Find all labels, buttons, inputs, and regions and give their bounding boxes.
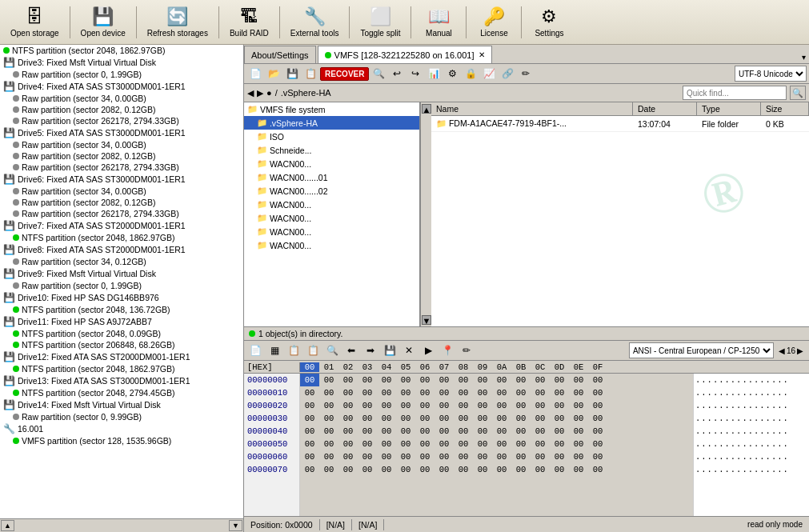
hex-byte[interactable]: 00 [435, 450, 454, 463]
left-panel-item[interactable]: 💾Drive7: Fixed ATA SAS ST2000DM001-1ER1 [0, 219, 243, 232]
hex-byte[interactable]: 00 [338, 399, 358, 412]
hex-byte[interactable]: 00 [396, 463, 415, 476]
hex-copy-btn[interactable]: 📋 [285, 342, 302, 358]
file-open-button[interactable]: 📂 [265, 66, 282, 82]
hex-byte[interactable]: 00 [550, 412, 569, 425]
hex-byte[interactable]: 00 [415, 412, 435, 425]
file-tree-item[interactable]: 📁 WACN00... [244, 198, 419, 211]
left-panel-item[interactable]: 💾Drive5: Fixed ATA SAS ST3000DM001-1ER1 [0, 126, 243, 139]
hex-nav-prev[interactable]: ◀ [779, 346, 785, 355]
hex-byte[interactable]: 00 [531, 438, 550, 450]
hex-byte[interactable]: 00 [454, 425, 473, 438]
refresh-storages-button[interactable]: 🔄 Refresh storages [140, 2, 215, 42]
hex-grid-btn[interactable]: ▦ [266, 342, 283, 358]
hex-byte[interactable]: 00 [338, 412, 358, 425]
file-tree-item[interactable]: 📁 WACN00......02 [244, 184, 419, 198]
file-props-button[interactable]: 📊 [425, 66, 443, 82]
tree-scrollbar[interactable]: ▲ ▼ [420, 102, 431, 326]
hex-byte[interactable]: 00 [300, 463, 319, 476]
hex-byte[interactable]: 00 [435, 374, 454, 386]
quick-find-search-button[interactable]: 🔍 [790, 86, 806, 100]
left-panel-item[interactable]: 💾Drive10: Fixed HP SAS DG146BB976 [0, 291, 243, 304]
path-back-button[interactable]: ◀ [247, 88, 254, 98]
hex-byte[interactable]: 00 [569, 374, 588, 386]
left-panel-item[interactable]: NTFS partition (sector 2048, 136.72GB) [0, 304, 243, 315]
hex-byte[interactable]: 00 [338, 463, 358, 476]
hex-paste-btn[interactable]: 📋 [304, 342, 322, 358]
hex-search-btn[interactable]: 🔍 [323, 342, 341, 358]
hex-byte[interactable]: 00 [300, 386, 319, 399]
path-segment-ha[interactable]: .vSphere-HA [281, 88, 331, 98]
file-log-button[interactable]: 📈 [480, 66, 498, 82]
col-type-header[interactable]: Type [697, 102, 761, 115]
recover-button[interactable]: RECOVER [320, 67, 369, 81]
file-list-row[interactable]: 📁 FDM-A1ACAE47-7919-4BF1-... 13:07:04 Fi… [431, 116, 809, 132]
hex-byte[interactable]: 00 [319, 374, 338, 386]
hex-byte[interactable]: 00 [511, 463, 531, 476]
hex-byte[interactable]: 00 [511, 438, 531, 450]
left-panel-item[interactable]: Raw partition (sector 0, 1.99GB) [0, 280, 243, 291]
hex-byte[interactable]: 00 [492, 386, 511, 399]
left-panel-item[interactable]: NTFS partition (sector 2048, 0.09GB) [0, 328, 243, 339]
hex-save-btn[interactable]: 💾 [381, 342, 398, 358]
left-panel-item[interactable]: VMFS partition (sector 128, 1535.96GB) [0, 435, 243, 446]
manual-button[interactable]: 📖 Manual [415, 2, 463, 42]
hex-byte[interactable]: 00 [473, 386, 492, 399]
hex-byte[interactable]: 00 [300, 425, 319, 438]
file-redo-button[interactable]: ↪ [407, 66, 424, 82]
left-panel-item[interactable]: NTFS partition (sector 2048, 2794.45GB) [0, 387, 243, 398]
hex-byte[interactable]: 00 [396, 399, 415, 412]
hex-byte[interactable]: 00 [531, 386, 550, 399]
hex-byte[interactable]: 00 [415, 399, 435, 412]
hex-byte[interactable]: 00 [588, 386, 607, 399]
hex-byte[interactable]: 00 [550, 374, 569, 386]
left-panel-item[interactable]: Raw partition (sector 34, 0.00GB) [0, 139, 243, 150]
file-new-button[interactable]: 📄 [246, 66, 264, 82]
hex-byte[interactable]: 00 [358, 386, 377, 399]
license-button[interactable]: 🔑 License [470, 2, 518, 42]
hex-byte[interactable]: 00 [415, 438, 435, 450]
left-panel-item[interactable]: 💾Drive14: Fixed Msft Virtual Virtual Dis… [0, 398, 243, 411]
left-panel-item[interactable]: Raw partition (sector 262178, 2794.33GB) [0, 208, 243, 219]
file-link-button[interactable]: 🔗 [499, 66, 516, 82]
hex-byte[interactable]: 00 [473, 425, 492, 438]
left-panel-item[interactable]: Raw partition (sector 34, 0.00GB) [0, 93, 243, 104]
left-panel-item[interactable]: NTFS partition (sector 2048, 1862.97GB) [0, 363, 243, 374]
hex-byte[interactable]: 00 [588, 425, 607, 438]
hex-byte[interactable]: 00 [550, 463, 569, 476]
hex-byte[interactable]: 00 [358, 399, 377, 412]
hex-byte[interactable]: 00 [511, 399, 531, 412]
file-tree-item[interactable]: 📁 .vSphere-HA [244, 116, 419, 130]
file-save-button[interactable]: 💾 [283, 66, 301, 82]
hex-byte[interactable]: 00 [377, 425, 396, 438]
hex-byte[interactable]: 00 [319, 399, 338, 412]
hex-byte[interactable]: 00 [396, 386, 415, 399]
hex-back-btn[interactable]: ⬅ [342, 342, 360, 358]
hex-byte[interactable]: 00 [396, 412, 415, 425]
left-panel-item[interactable]: 💾Drive4: Fixed ATA SAS ST3000DM001-1ER1 [0, 80, 243, 93]
hex-mark-btn[interactable]: 📍 [439, 342, 456, 358]
hex-byte[interactable]: 00 [454, 399, 473, 412]
hex-byte[interactable]: 00 [358, 412, 377, 425]
hex-byte[interactable]: 00 [473, 450, 492, 463]
hex-byte[interactable]: 00 [435, 463, 454, 476]
scroll-down-button[interactable]: ▼ [229, 520, 242, 531]
left-panel-item[interactable]: Raw partition (sector 2082, 0.12GB) [0, 197, 243, 208]
file-undo-button[interactable]: ↩ [388, 66, 406, 82]
hex-byte[interactable]: 00 [588, 374, 607, 386]
hex-byte[interactable]: 00 [588, 412, 607, 425]
tab-vmfs-close[interactable]: ✕ [479, 50, 485, 59]
hex-byte[interactable]: 00 [319, 386, 338, 399]
hex-byte[interactable]: 00 [396, 438, 415, 450]
hex-byte[interactable]: 00 [396, 450, 415, 463]
file-edit-button[interactable]: ✏ [517, 66, 535, 82]
hex-byte[interactable]: 00 [415, 374, 435, 386]
hex-byte[interactable]: 00 [473, 412, 492, 425]
col-name-header[interactable]: Name [431, 102, 633, 115]
hex-byte[interactable]: 00 [358, 438, 377, 450]
scroll-up-button[interactable]: ▲ [1, 520, 14, 531]
quick-find-input[interactable] [683, 86, 787, 100]
hex-byte[interactable]: 00 [454, 450, 473, 463]
tab-vmfs[interactable]: VMFS [128-3221225280 on 16.001] ✕ [318, 46, 493, 63]
hex-byte[interactable]: 00 [358, 450, 377, 463]
